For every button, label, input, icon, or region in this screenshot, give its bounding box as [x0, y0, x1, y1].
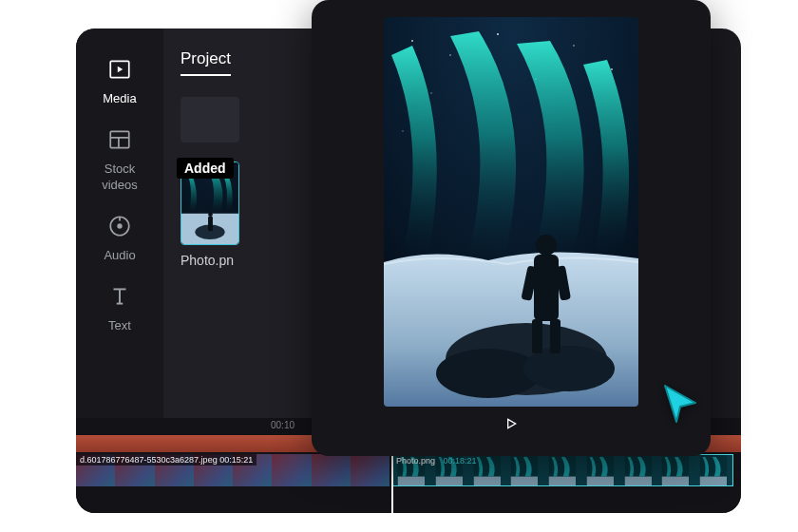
svg-rect-16	[398, 477, 425, 485]
clip-timecode: 00:18:21	[444, 456, 477, 466]
preview-image	[384, 17, 638, 407]
media-thumbnail-empty[interactable]	[180, 97, 239, 142]
svg-rect-45	[534, 255, 559, 321]
svg-point-37	[573, 45, 575, 47]
media-thumbnail[interactable]: Added Photo.pn	[180, 162, 239, 268]
svg-point-38	[611, 68, 613, 70]
svg-point-48	[536, 235, 557, 256]
svg-rect-22	[511, 477, 538, 485]
audio-icon	[107, 214, 132, 242]
play-icon	[504, 418, 519, 434]
svg-rect-46	[532, 319, 542, 353]
svg-point-41	[402, 130, 403, 131]
svg-point-35	[449, 54, 451, 56]
svg-point-36	[497, 33, 499, 35]
svg-rect-47	[550, 319, 560, 353]
svg-rect-13	[208, 217, 213, 232]
svg-rect-30	[662, 477, 689, 485]
svg-point-5	[117, 223, 122, 228]
svg-point-34	[411, 40, 413, 42]
sidebar-item-media[interactable]: Media	[103, 57, 136, 106]
sidebar-item-text[interactable]: Text	[107, 284, 132, 333]
sidebar-item-audio[interactable]: Audio	[104, 214, 135, 263]
clip-filename: Photo.png	[396, 456, 435, 466]
sidebar: Media Stock videos Audio Text	[76, 28, 163, 437]
text-icon	[107, 284, 132, 313]
preview-panel	[312, 0, 711, 456]
thumbnail-filename: Photo.pn	[180, 253, 239, 268]
added-badge: Added	[177, 158, 234, 179]
timeline-clip-2[interactable]: Photo.png 00:18:21	[391, 454, 733, 486]
cursor-pointer-icon	[657, 380, 703, 429]
sidebar-item-label: Stock videos	[102, 162, 138, 193]
ruler-tick: 00:10	[271, 420, 294, 430]
svg-point-14	[208, 212, 213, 217]
sidebar-item-label: Audio	[104, 248, 135, 263]
svg-rect-1	[110, 132, 129, 148]
svg-rect-18	[436, 477, 463, 485]
sidebar-item-stock-videos[interactable]: Stock videos	[102, 127, 138, 193]
svg-rect-26	[587, 477, 614, 485]
sidebar-item-label: Media	[103, 91, 136, 106]
clip-label: Photo.png 00:18:21	[392, 455, 481, 466]
svg-rect-24	[549, 477, 576, 485]
timeline-clip-1[interactable]: d.601786776487-5530c3a6287.jpeg 00:15:21	[76, 454, 390, 486]
clip-label: d.601786776487-5530c3a6287.jpeg 00:15:21	[76, 454, 256, 466]
stock-videos-icon	[107, 127, 132, 156]
tab-project[interactable]: Project	[180, 49, 231, 76]
svg-rect-32	[700, 477, 727, 485]
sidebar-item-label: Text	[108, 318, 131, 333]
play-button[interactable]	[504, 416, 519, 435]
svg-rect-20	[473, 477, 500, 485]
svg-rect-28	[624, 477, 651, 485]
svg-point-39	[430, 92, 431, 93]
media-icon	[107, 57, 132, 86]
